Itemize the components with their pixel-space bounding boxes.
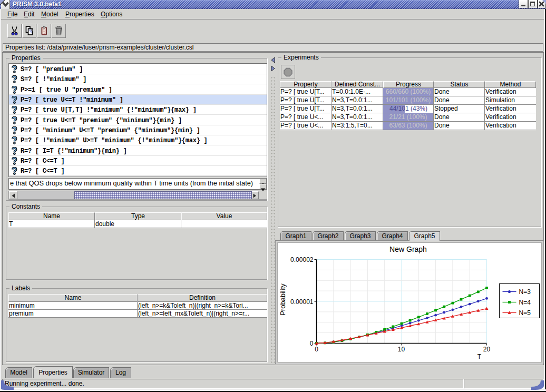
svg-text:N=4: N=4	[519, 299, 531, 306]
svg-text:0.00001: 0.00001	[290, 298, 314, 306]
svg-text:T: T	[477, 353, 482, 360]
svg-text:New Graph: New Graph	[389, 245, 427, 253]
svg-text:N=5: N=5	[519, 309, 531, 317]
svg-text:N=3: N=3	[519, 288, 531, 296]
svg-text:0.00002: 0.00002	[290, 256, 314, 263]
svg-text:0: 0	[315, 346, 318, 353]
svg-text:20: 20	[483, 346, 491, 353]
svg-text:0: 0	[310, 340, 314, 347]
svg-text:Probability: Probability	[279, 283, 287, 316]
svg-text:10: 10	[398, 346, 405, 353]
